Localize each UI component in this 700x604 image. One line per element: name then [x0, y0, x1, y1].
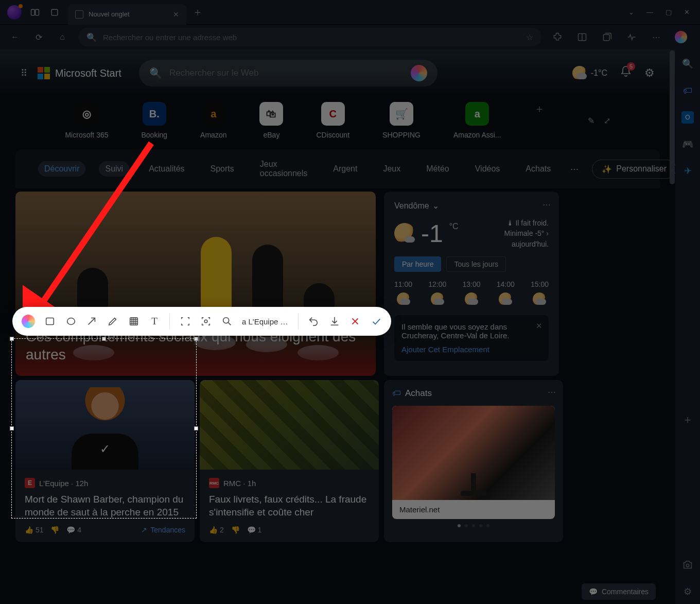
nav-item[interactable]: Jeux occasionnels	[254, 157, 314, 181]
ms-search-input[interactable]	[169, 68, 404, 78]
weather-hour[interactable]: 15:00	[531, 280, 549, 306]
settings-button[interactable]: ⚙	[644, 66, 655, 80]
window-close-button[interactable]: ✕	[684, 8, 690, 16]
add-quicklink-button[interactable]: ＋	[534, 102, 545, 116]
browser-tab[interactable]: Nouvel onglet ✕	[68, 4, 186, 25]
snip-confirm-button[interactable]	[370, 315, 382, 328]
snip-search-button[interactable]	[221, 315, 233, 328]
quick-link[interactable]: aAmazon Assi...	[453, 102, 501, 139]
alert-close-button[interactable]: ✕	[536, 321, 542, 331]
copilot-button[interactable]	[673, 29, 689, 45]
snip-selection[interactable]	[11, 338, 197, 519]
nav-more-button[interactable]: ⋯	[570, 164, 579, 174]
nav-item[interactable]: Sports	[204, 161, 240, 177]
weather-location[interactable]: Vendôme ⌄	[394, 201, 549, 211]
snip-capture-area-button[interactable]	[179, 315, 191, 328]
weather-hour[interactable]: 11:00	[394, 280, 412, 306]
snip-cancel-button[interactable]	[349, 315, 361, 328]
snip-pen-button[interactable]	[107, 315, 119, 328]
weather-hour[interactable]: 12:00	[428, 280, 446, 306]
snip-blur-button[interactable]	[128, 315, 139, 328]
nav-item[interactable]: Actualités	[143, 161, 190, 177]
shopping-more-button[interactable]: ⋯	[548, 387, 556, 397]
sidebar-drop-icon[interactable]: ✈	[681, 165, 694, 177]
sidebar-settings-icon[interactable]: ⚙	[681, 585, 694, 598]
weather-tab-hourly[interactable]: Par heure	[394, 256, 441, 272]
tab-close-button[interactable]: ✕	[173, 10, 179, 19]
home-button[interactable]: ⌂	[55, 29, 70, 45]
sidebar-add-button[interactable]: ＋	[681, 413, 694, 426]
dislike-button[interactable]: 👎	[231, 526, 240, 534]
window-dropdown-icon[interactable]: ⌄	[628, 8, 634, 16]
extensions-icon[interactable]	[550, 29, 565, 45]
favorite-star-icon[interactable]: ☆	[526, 32, 533, 42]
snip-undo-button[interactable]	[308, 315, 320, 328]
header-weather-chip[interactable]: -1°C	[572, 66, 607, 80]
health-icon[interactable]	[624, 29, 639, 45]
notifications-button[interactable]: 5	[620, 65, 632, 81]
add-location-link[interactable]: Ajouter Cet Emplacement	[401, 345, 541, 354]
dislike-button[interactable]: 👎	[50, 526, 59, 534]
edit-quicklinks-icon[interactable]: ✎	[588, 116, 594, 126]
workspaces-icon[interactable]	[29, 6, 41, 19]
address-input[interactable]	[103, 33, 520, 42]
like-button[interactable]: 👍 51	[25, 526, 43, 534]
ms-start-logo[interactable]: Microsoft Start	[38, 67, 121, 79]
nav-item[interactable]: Météo	[420, 161, 455, 177]
weather-hour[interactable]: 13:00	[462, 280, 480, 306]
nav-item[interactable]: Achats	[519, 161, 557, 177]
refresh-button[interactable]: ⟳	[31, 29, 46, 45]
quick-link[interactable]: B.Booking	[142, 102, 168, 139]
weather-tab-daily[interactable]: Tous les jours	[446, 256, 506, 272]
nav-item[interactable]: Vidéos	[469, 161, 506, 177]
new-tab-button[interactable]: ＋	[192, 5, 203, 19]
back-button[interactable]: ←	[7, 29, 23, 45]
app-launcher-icon[interactable]: ⠿	[21, 67, 27, 79]
weather-hour[interactable]: 14:00	[497, 280, 515, 306]
quick-link[interactable]: 🛒SHOPPING	[382, 102, 421, 139]
split-screen-icon[interactable]	[574, 29, 590, 45]
omnibox[interactable]: 🔍 ☆	[78, 28, 541, 46]
like-button[interactable]: 👍 2	[209, 526, 224, 534]
expand-quicklinks-icon[interactable]: ⤢	[604, 116, 610, 126]
sidebar-search-icon[interactable]: 🔍	[681, 58, 694, 70]
comments-button[interactable]: 💬 1	[247, 526, 262, 534]
snip-text-button[interactable]: T	[149, 315, 161, 328]
snip-arrow-button[interactable]	[86, 315, 98, 328]
content-scrollbar[interactable]	[669, 49, 675, 604]
quick-link[interactable]: aAmazon	[200, 102, 226, 139]
shopping-pager[interactable]	[392, 524, 555, 527]
snip-download-button[interactable]	[328, 315, 340, 328]
sidebar-shopping-icon[interactable]: 🏷	[681, 84, 694, 97]
nav-item[interactable]: Jeux	[377, 161, 407, 177]
scrollbar-thumb[interactable]	[670, 50, 675, 184]
profile-avatar[interactable]	[7, 5, 22, 20]
copilot-icon[interactable]	[411, 65, 427, 81]
sidebar-outlook-icon[interactable]: O	[681, 111, 694, 124]
collections-icon[interactable]	[599, 29, 615, 45]
comments-button[interactable]: 💬 4	[66, 526, 81, 534]
news-card[interactable]: RMC RMC · 1h Faux livrets, faux crédits.…	[200, 380, 379, 542]
quick-link[interactable]: 🛍eBay	[259, 102, 283, 139]
nav-item[interactable]: Découvrir	[38, 161, 85, 177]
nav-item[interactable]: Suivi	[99, 161, 129, 177]
sidebar-games-icon[interactable]: 🎮	[681, 138, 694, 150]
window-maximize-button[interactable]: ▢	[666, 8, 672, 16]
shopping-product[interactable]: Materiel.net	[392, 406, 555, 519]
snip-ocr-button[interactable]	[200, 315, 212, 328]
window-minimize-button[interactable]: ―	[646, 8, 653, 16]
feedback-button[interactable]: 💬 Commentaires	[582, 583, 656, 600]
quick-link[interactable]: CCDiscount	[316, 102, 349, 139]
nav-item[interactable]: Argent	[327, 161, 363, 177]
tabs-overview-icon[interactable]	[48, 6, 61, 19]
sidebar-screenshot-icon[interactable]	[681, 559, 694, 571]
menu-button[interactable]: ⋯	[649, 29, 664, 45]
snip-rect-button[interactable]	[44, 315, 56, 328]
ms-search-box[interactable]: 🔍	[139, 60, 437, 87]
quick-link[interactable]: ◎Microsoft 365	[65, 102, 108, 139]
snip-copilot-button[interactable]	[22, 315, 35, 328]
personalize-button[interactable]: ✨Personnaliser	[592, 160, 675, 179]
weather-more-button[interactable]: ⋯	[542, 200, 551, 210]
snip-ellipse-button[interactable]	[65, 315, 77, 328]
shopping-card[interactable]: 🏷 Achats ⋯ Materiel.net	[384, 380, 563, 542]
